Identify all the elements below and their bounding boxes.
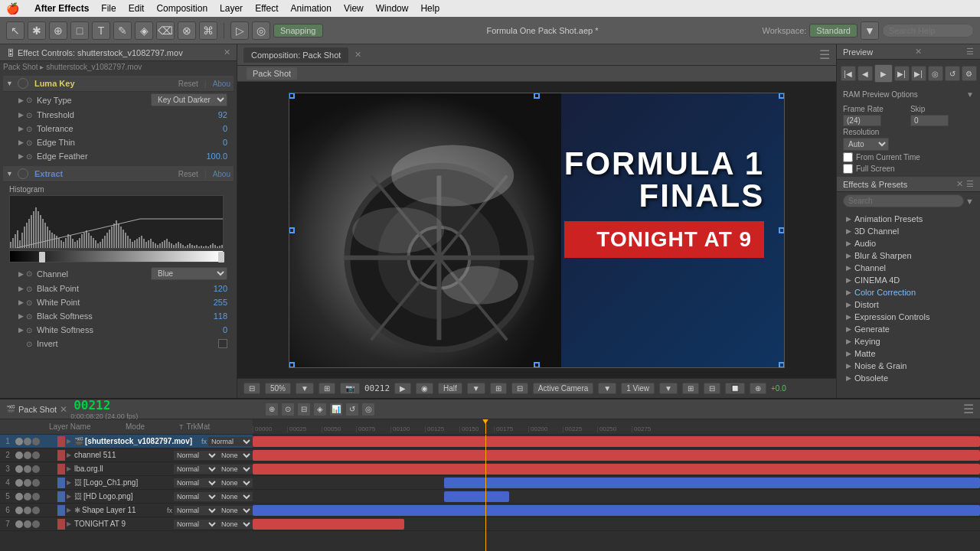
edge-feather-value[interactable]: 100.0	[197, 152, 227, 161]
layer-row-7[interactable]: 7 ▶ TONIGHT AT 9 Normal None	[0, 517, 253, 531]
handle-top-right[interactable]	[779, 93, 784, 99]
layer5-trkmat[interactable]: None	[218, 492, 253, 501]
comp-motion-blur[interactable]: ◉	[416, 383, 433, 394]
preview-skip-back[interactable]: |◀	[841, 66, 856, 81]
comp-zoom-more[interactable]: ▼	[296, 383, 314, 394]
composition-view[interactable]: FORMULA 1 FINALS TONIGHT AT 9	[237, 82, 836, 378]
layer5-expand[interactable]: ▶	[67, 493, 74, 500]
handle-mid-right[interactable]	[779, 227, 784, 233]
tl-graph[interactable]: 📊	[329, 403, 343, 416]
extract-expand[interactable]: ▼	[6, 170, 13, 178]
preview-close[interactable]: ✕	[915, 47, 922, 57]
tool-eraser[interactable]: ⌫	[156, 21, 175, 40]
black-point-stopwatch[interactable]: ⊙	[26, 285, 37, 293]
edge-thin-stopwatch[interactable]: ⊙	[26, 139, 37, 147]
white-softness-stopwatch[interactable]: ⊙	[26, 326, 37, 334]
tool-play[interactable]: ▷	[230, 21, 249, 40]
layer1-mode[interactable]: Normal Multiply Screen	[208, 437, 253, 446]
effects-search-input[interactable]	[843, 194, 964, 207]
handle-top-left[interactable]	[289, 93, 295, 99]
layer4-expand[interactable]: ▶	[67, 479, 74, 486]
luma-about-btn[interactable]: Abou	[213, 80, 230, 88]
menu-layer[interactable]: Layer	[220, 3, 243, 14]
menu-view[interactable]: View	[344, 3, 364, 14]
comp-guides[interactable]: ⊟	[704, 383, 720, 394]
layer3-solo[interactable]	[24, 465, 31, 473]
edge-feather-stopwatch[interactable]: ⊙	[26, 152, 37, 161]
handle-mid-left[interactable]	[289, 227, 295, 233]
tl-new-comp[interactable]: ⊕	[265, 403, 279, 416]
tool-brush[interactable]: ⊕	[49, 21, 67, 40]
comp-breadcrumb-item[interactable]: Pack Shot	[247, 67, 297, 80]
layer2-lock[interactable]	[32, 452, 40, 459]
preview-step-forward[interactable]: ▶|	[894, 66, 910, 81]
edge-thin-value[interactable]: 0	[197, 138, 227, 147]
layer4-solo[interactable]	[24, 479, 31, 487]
menu-window[interactable]: Window	[376, 3, 409, 14]
menu-help[interactable]: Help	[420, 3, 439, 14]
key-type-stopwatch[interactable]: ⊙	[26, 96, 37, 104]
effect-cat-channel[interactable]: ▶ Channel	[840, 262, 977, 274]
effect-cat-matte[interactable]: ▶ Matte	[840, 347, 977, 360]
menu-file[interactable]: File	[101, 3, 116, 14]
tl-solo[interactable]: ⊙	[281, 403, 295, 416]
tl-live[interactable]: ◎	[361, 403, 375, 416]
slider-handle-right[interactable]	[218, 252, 224, 262]
layer6-expand[interactable]: ▶	[67, 507, 74, 514]
track-bar-2[interactable]	[253, 450, 980, 461]
comp-aspect[interactable]: ⊞	[318, 383, 335, 394]
white-point-stopwatch[interactable]: ⊙	[26, 298, 37, 307]
effect-cat-keying[interactable]: ▶ Keying	[840, 335, 977, 347]
tool-puppet[interactable]: ⌘	[199, 21, 217, 40]
black-point-value[interactable]: 120	[197, 284, 227, 293]
layer-row-4[interactable]: 4 ▶ 🖼 [Logo_Ch1.png] Normal None	[0, 476, 253, 490]
invert-checkbox[interactable]	[218, 339, 227, 348]
full-screen-toggle[interactable]: Full Screen	[843, 164, 974, 174]
layer7-expand[interactable]: ▶	[67, 520, 74, 527]
preview-menu[interactable]: ☰	[966, 47, 974, 57]
menu-composition[interactable]: Composition	[156, 3, 207, 14]
panel-close[interactable]: ✕	[224, 47, 230, 57]
comp-grid[interactable]: ⊞	[682, 383, 699, 394]
timeline-close[interactable]: ✕	[60, 404, 67, 415]
search-help-input[interactable]	[882, 24, 974, 37]
layer1-lock[interactable]	[32, 438, 40, 445]
layer3-expand[interactable]: ▶	[67, 465, 74, 472]
effect-cat-color[interactable]: ▶ Color Correction	[840, 286, 977, 298]
preview-play[interactable]: ▶	[874, 64, 893, 83]
invert-stopwatch[interactable]: ⊙	[26, 340, 37, 348]
comp-camera-more[interactable]: ▼	[598, 383, 616, 394]
layer6-lock[interactable]	[32, 507, 40, 514]
effect-cat-distort[interactable]: ▶ Distort	[840, 298, 977, 311]
workspace-menu[interactable]: ▼	[861, 21, 879, 40]
histogram-slider[interactable]	[9, 250, 224, 262]
layer5-eye[interactable]	[15, 493, 23, 500]
track-bar-3[interactable]	[253, 464, 980, 474]
layer2-trkmat[interactable]: None	[218, 451, 253, 460]
effect-cat-noise[interactable]: ▶ Noise & Grain	[840, 360, 977, 372]
comp-roi[interactable]: ⊟	[511, 383, 528, 394]
track-bar-1[interactable]	[253, 436, 980, 447]
resolution-select[interactable]: Auto Full Half Third Quarter	[843, 138, 889, 151]
layer7-eye[interactable]	[15, 520, 23, 528]
luma-reset-btn[interactable]: Reset	[178, 80, 198, 88]
effect-cat-cinema4d[interactable]: ▶ CINEMA 4D	[840, 274, 977, 286]
comp-tab[interactable]: Composition: Pack Shot	[243, 47, 348, 63]
track-bar-7[interactable]	[253, 519, 404, 530]
frame-rate-input[interactable]	[843, 115, 881, 126]
skip-input[interactable]	[910, 115, 949, 126]
layer6-trkmat[interactable]: None	[218, 506, 253, 515]
layer5-solo[interactable]	[24, 493, 31, 500]
layer4-trkmat[interactable]: None	[218, 478, 253, 487]
preview-step-back[interactable]: ◀	[858, 66, 873, 81]
layer5-lock[interactable]	[32, 493, 40, 500]
menu-animation[interactable]: Animation	[291, 3, 332, 14]
effects-search-icon[interactable]: ▼	[965, 197, 974, 206]
tolerance-value[interactable]: 0	[197, 124, 227, 133]
from-current-time-checkbox[interactable]	[843, 152, 853, 162]
channel-select[interactable]: Blue Red Green Alpha Luminance	[151, 267, 227, 280]
luma-expand[interactable]: ▼	[6, 80, 13, 87]
tool-shape[interactable]: □	[70, 21, 89, 40]
layer-row-1[interactable]: 1 ▶ 🎬 [shutterstock_v1082797.mov] fx Nor…	[0, 435, 253, 448]
snapping-toggle[interactable]: Snapping	[273, 24, 323, 37]
